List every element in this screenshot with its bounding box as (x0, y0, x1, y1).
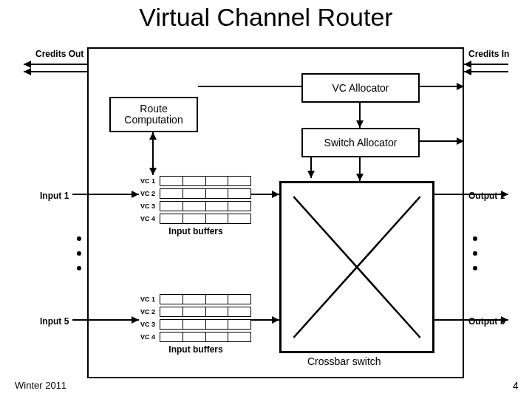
right-ellipsis (470, 236, 480, 270)
page-number: 4 (513, 380, 519, 392)
buf2-to-crossbar (251, 319, 279, 321)
input-buffers-1: VC 1 VC 2 VC 3 VC 4 Input buffers (140, 176, 251, 236)
vc1-label: VC 1 (140, 294, 160, 304)
input-buffers-1-label: Input buffers (140, 226, 251, 236)
vc-row: VC 2 (140, 307, 251, 317)
vc-row: VC 4 (140, 214, 251, 224)
vc-row: VC 2 (140, 188, 251, 199)
input-5-label: Input 5 (40, 316, 69, 327)
sw-to-buf-line (310, 157, 312, 178)
route-computation-box: Route Computation (109, 97, 198, 132)
switch-allocator-box: Switch Allocator (301, 128, 420, 157)
vc-to-sw-arrow (359, 103, 361, 128)
vc1-label: VC 1 (140, 176, 160, 186)
footer-term: Winter 2011 (15, 380, 66, 391)
left-ellipsis (74, 236, 84, 270)
output-1-arrow (434, 194, 508, 195)
vc-row: VC 1 (140, 294, 251, 304)
output-1-label: Output 1 (468, 191, 505, 201)
route-computation-label: Route Computation (111, 103, 197, 126)
vc3-label: VC 3 (140, 201, 160, 211)
crossbar-box (279, 181, 434, 353)
sw-to-crossbar-arrow (359, 157, 361, 181)
vc-row: VC 4 (140, 332, 251, 342)
vc4-label: VC 4 (140, 214, 160, 224)
page-title: Virtual Channel Router (0, 3, 532, 32)
input-5-arrow (72, 319, 139, 321)
input-buffers-2: VC 1 VC 2 VC 3 VC 4 Input buffers (140, 294, 251, 355)
vc-row: VC 3 (140, 319, 251, 330)
crossbar-label: Crossbar switch (307, 355, 381, 367)
credits-out-label: Credits Out (35, 49, 83, 59)
vc2-label: VC 2 (140, 307, 160, 317)
vc4-label: VC 4 (140, 332, 160, 342)
vc-allocator-box: VC Allocator (301, 73, 420, 103)
vc-row: VC 3 (140, 201, 251, 211)
rc-buf-double-arrow (152, 132, 154, 175)
input-buffers-2-label: Input buffers (140, 344, 251, 355)
credits-out-arrow-top (24, 64, 87, 65)
credits-in-label: Credits In (468, 49, 509, 59)
vc-right-line (420, 86, 464, 87)
output-5-label: Output 5 (468, 316, 505, 327)
vc-row: VC 1 (140, 176, 251, 186)
credits-in-arrow-bot (464, 71, 508, 72)
buf1-to-crossbar (251, 194, 279, 195)
input-1-arrow (72, 194, 139, 195)
rc-to-vc-line (198, 86, 301, 87)
credits-in-arrow-top (464, 64, 508, 65)
vc3-label: VC 3 (140, 319, 160, 330)
output-5-arrow (434, 319, 508, 321)
sw-right-line (420, 140, 464, 142)
vc2-label: VC 2 (140, 188, 160, 199)
crossbar-x-icon (282, 183, 432, 351)
input-1-label: Input 1 (40, 191, 69, 201)
credits-out-arrow-bot (24, 71, 87, 72)
